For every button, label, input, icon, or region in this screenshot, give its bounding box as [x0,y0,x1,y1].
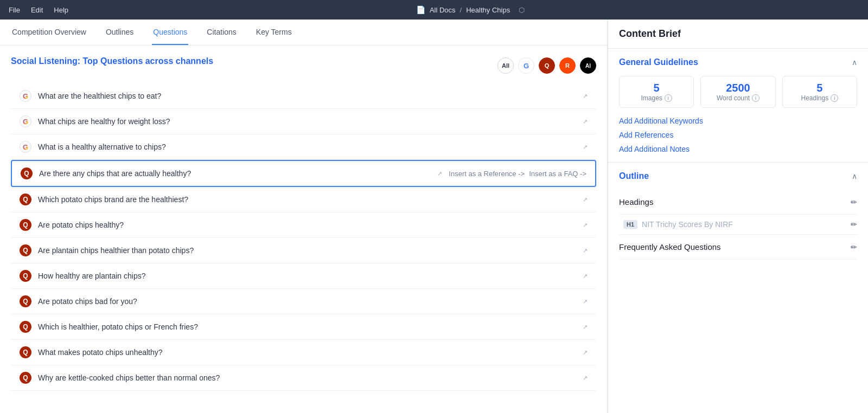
top-bar: File Edit Help 📄 All Docs / Healthy Chip… [0,0,868,20]
edit-h1-icon[interactable]: ✏ [851,220,857,229]
question-item[interactable]: Q Are plantain chips healthier than pota… [11,238,596,263]
external-link-icon[interactable]: ↗ [583,196,588,203]
question-text: What is a healthy alternative to chips? [38,143,574,151]
doc-icon: 📄 [416,5,425,14]
question-text: What chips are healthy for weight loss? [38,117,574,126]
menu-bar: File Edit Help [9,6,68,14]
edit-headings-icon[interactable]: ✏ [851,198,857,206]
question-item[interactable]: G What is a healthy alternative to chips… [11,134,596,160]
question-text: Are there any chips that are actually he… [39,169,429,178]
headings-info-icon[interactable]: i [831,94,838,102]
filter-row: Social Listening: Top Questions across c… [11,56,596,75]
outline-title: Outline [619,171,649,181]
tab-key-terms[interactable]: Key Terms [255,20,293,45]
source-icon-quora: Q [20,346,31,358]
question-item[interactable]: Q Are potato chips bad for you? ↗ [11,289,596,314]
question-text: Are potato chips healthy? [38,221,574,229]
external-link-icon[interactable]: ↗ [583,93,588,100]
outline-h1-item: H1 NIT Trichy Scores By NIRF ✏ [619,215,857,235]
content-area: Social Listening: Top Questions across c… [0,46,607,413]
external-link-icon[interactable]: ↗ [583,247,588,254]
question-item[interactable]: Q Which potato chips brand are the healt… [11,187,596,212]
filter-google[interactable]: G [518,57,534,74]
external-link-icon[interactable]: ↗ [583,298,588,305]
question-item-selected[interactable]: Q Are there any chips that are actually … [11,160,596,187]
share-icon[interactable]: ⬡ [519,6,525,14]
question-item[interactable]: Q Why are kettle-cooked chips better tha… [11,365,596,391]
breadcrumb-separator: / [460,6,462,14]
menu-file[interactable]: File [9,6,20,14]
external-link-icon[interactable]: ↗ [583,375,588,382]
source-icon-quora: Q [20,270,31,282]
guidelines-header[interactable]: General Guidelines ∧ [619,57,857,67]
headings-label: Headings i [789,94,850,102]
section-title: Social Listening: Top Questions across c… [11,56,213,66]
question-text: Are plantain chips healthier than potato… [38,246,574,255]
menu-edit[interactable]: Edit [31,6,43,14]
guidelines-collapse-icon[interactable]: ∧ [852,58,857,67]
question-actions: Insert as a Reference -> Insert as a FAQ… [449,170,586,178]
insert-as-faq-button[interactable]: Insert as a FAQ -> [529,170,586,178]
question-item[interactable]: G What are the healthiest chips to eat? … [11,83,596,109]
images-value: 5 [626,82,687,94]
tab-citations[interactable]: Citations [206,20,237,45]
outline-item-faq: Frequently Asked Questions ✏ [619,235,857,260]
source-icon-google: G [20,90,31,102]
filter-ai[interactable]: AI [580,57,596,74]
external-link-icon[interactable]: ↗ [583,144,588,151]
edit-faq-icon[interactable]: ✏ [851,243,857,251]
filter-quora[interactable]: Q [539,57,555,74]
question-text: Which potato chips brand are the healthi… [38,195,574,204]
external-link-icon[interactable]: ↗ [583,349,588,356]
question-item[interactable]: Q What makes potato chips unhealthy? ↗ [11,340,596,365]
app-layout: Competition Overview Outlines Questions … [0,20,868,413]
question-item[interactable]: Q How healthy are plantain chips? ↗ [11,263,596,289]
images-info-icon[interactable]: i [665,94,672,102]
panel-title: Content Brief [619,28,681,40]
question-item[interactable]: G What chips are healthy for weight loss… [11,109,596,134]
question-text: What makes potato chips unhealthy? [38,348,574,357]
tab-competition-overview[interactable]: Competition Overview [11,20,87,45]
external-link-icon[interactable]: ↗ [583,118,588,125]
tab-questions[interactable]: Questions [152,20,188,45]
filter-reddit[interactable]: R [559,57,576,74]
filter-buttons: All G Q R AI [497,57,596,74]
filter-all[interactable]: All [497,57,514,74]
stats-row: 5 Images i 2500 Word count i 5 [619,76,857,108]
add-notes-link[interactable]: Add Additional Notes [619,145,857,153]
breadcrumb: 📄 All Docs / Healthy Chips ⬡ [81,5,859,14]
outline-headings-label: Headings [619,197,653,206]
breadcrumb-prefix[interactable]: All Docs [430,6,456,14]
question-item[interactable]: Q Which is healthier, potato chips or Fr… [11,314,596,340]
outline-faq-label: Frequently Asked Questions [619,242,721,251]
source-icon-quora: Q [20,244,31,256]
external-link-icon[interactable]: ↗ [437,170,442,177]
wordcount-label: Word count i [707,94,768,102]
add-references-link[interactable]: Add References [619,131,857,139]
tab-navigation: Competition Overview Outlines Questions … [0,20,607,46]
breadcrumb-current: Healthy Chips [466,6,510,14]
question-text: Are potato chips bad for you? [38,297,574,306]
outline-header[interactable]: Outline ∧ [619,171,857,181]
add-keywords-link[interactable]: Add Additional Keywords [619,117,857,125]
right-panel: Content Brief General Guidelines ∧ 5 Ima… [608,20,868,413]
source-icon-quora: Q [20,321,31,333]
source-icon-quora: Q [21,167,33,179]
tab-outlines[interactable]: Outlines [105,20,135,45]
wordcount-info-icon[interactable]: i [752,94,760,102]
guidelines-links: Add Additional Keywords Add References A… [619,117,857,153]
stat-wordcount: 2500 Word count i [700,76,775,108]
h1-text: NIT Trichy Scores By NIRF [642,220,733,229]
outline-collapse-icon[interactable]: ∧ [852,172,857,180]
source-icon-google: G [20,115,31,127]
images-label: Images i [626,94,687,102]
external-link-icon[interactable]: ↗ [583,222,588,229]
outline-item-headings: Headings ✏ [619,190,857,215]
question-item[interactable]: Q Are potato chips healthy? ↗ [11,212,596,238]
menu-help[interactable]: Help [54,6,68,14]
external-link-icon[interactable]: ↗ [583,273,588,280]
google-g-icon: G [524,62,529,70]
external-link-icon[interactable]: ↗ [583,324,588,331]
insert-as-reference-button[interactable]: Insert as a Reference -> [449,170,525,178]
stat-headings: 5 Headings i [782,76,857,108]
